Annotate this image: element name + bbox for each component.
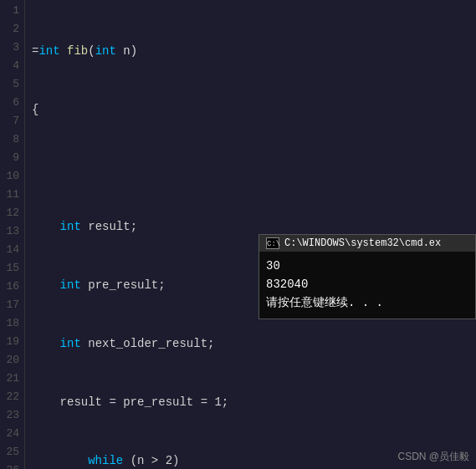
terminal-output-2: 832040 [266,275,468,293]
line-numbers: 1 2 3 4 5 6 7 8 9 10 11 12 13 14 15 16 1… [0,0,25,469]
code-line-1: =int fib(int n) [32,42,476,60]
editor-area: 1 2 3 4 5 6 7 8 9 10 11 12 13 14 15 16 1… [0,0,476,469]
terminal-output-1: 30 [266,257,468,275]
code-line-4: int result; [32,217,476,236]
terminal-body: 30 832040 请按任意键继续. . . [259,252,475,319]
terminal-icon: C:\ [266,237,279,249]
code-line-6: int next_older_result; [32,334,476,353]
terminal-title-text: C:\WINDOWS\system32\cmd.ex [284,237,441,249]
terminal-popup[interactable]: C:\ C:\WINDOWS\system32\cmd.ex 30 832040… [258,234,476,319]
watermark: CSDN @员佳毅 [397,450,469,464]
terminal-title-bar: C:\ C:\WINDOWS\system32\cmd.ex [259,235,475,252]
code-line-7: result = pre_result = 1; [32,393,476,411]
code-line-2: { [32,100,476,119]
code-line-3 [32,159,476,177]
terminal-output-3: 请按任意键继续. . . [266,293,468,312]
